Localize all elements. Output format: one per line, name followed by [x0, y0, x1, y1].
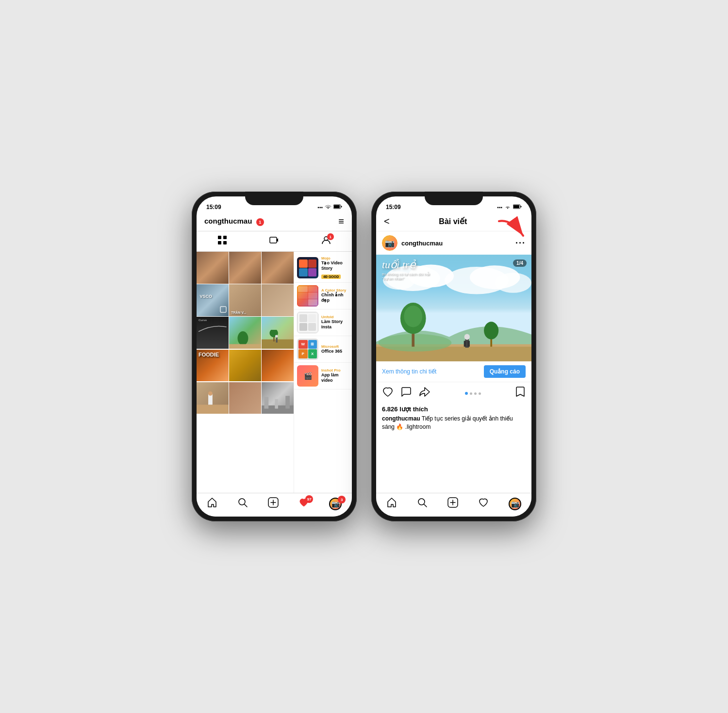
ad-item-inshot[interactable]: 🎬 Inshot Pro App làm video: [294, 363, 352, 389]
post-avatar[interactable]: 📷: [382, 235, 397, 251]
comment-button[interactable]: [400, 387, 412, 400]
landscape-svg: [376, 303, 531, 361]
home-nav[interactable]: [207, 497, 217, 511]
svg-rect-5: [218, 241, 221, 244]
ad-item-office[interactable]: W ⊞ P X Microsoft Office 365: [294, 336, 352, 363]
ad-banner: Xem thông tin chi tiết Quảng cáo: [376, 361, 531, 382]
post-caption: congthucmau Tiếp tục series giải quyết ả…: [376, 414, 531, 435]
dot-2: [474, 392, 477, 395]
ad-item-unfold[interactable]: Unfold Làm Story Insta: [294, 309, 352, 336]
tagged-badge: 1: [327, 233, 334, 240]
caption-username[interactable]: congthucmau: [382, 415, 420, 422]
grid-cell[interactable]: [197, 252, 229, 284]
grid-cell[interactable]: TRÂN V...: [229, 284, 261, 316]
left-phone: 15:09 ▪▪▪ congthucmau 1 ≡: [192, 192, 357, 521]
ad-banner-text[interactable]: Xem thông tin chi tiết: [382, 368, 480, 375]
profile-tabs: 1: [197, 231, 352, 252]
ad-info-office: Microsoft Office 365: [321, 344, 349, 354]
post-actions-left: [382, 387, 430, 400]
grid-cell[interactable]: [262, 252, 294, 284]
svg-rect-17: [276, 337, 278, 342]
ad-title-office: Office 365: [321, 349, 349, 354]
add-nav-right[interactable]: [447, 497, 458, 511]
heart-badge: 97: [305, 495, 313, 503]
left-screen: 15:09 ▪▪▪ congthucmau 1 ≡: [197, 196, 352, 517]
ad-item-mojo[interactable]: Mojo Tạo Video Story 4Đ GOOD: [294, 254, 352, 283]
grid-cell[interactable]: [229, 317, 261, 349]
red-arrow-icon: [492, 216, 530, 245]
ad-info-colorstory: A Color Story Chỉnh ảnh đẹp: [321, 288, 349, 303]
ad-banner-button[interactable]: Quảng cáo: [484, 365, 526, 378]
home-nav-right[interactable]: [386, 497, 397, 511]
signal-icon-right: ▪▪▪: [497, 205, 502, 210]
svg-point-18: [275, 335, 278, 337]
video-tab[interactable]: [269, 236, 279, 247]
ad-title-mojo: Tạo Video Story: [321, 260, 349, 271]
search-nav-right[interactable]: [417, 497, 428, 511]
grid-cell[interactable]: [262, 317, 294, 349]
menu-icon[interactable]: ≡: [338, 216, 344, 227]
profile-header: congthucmau 1 ≡: [197, 214, 352, 231]
post-actions: [376, 382, 531, 405]
post-username[interactable]: congthucmau: [401, 240, 443, 247]
post-user-left: 📷 congthucmau: [382, 235, 443, 251]
grid-cell[interactable]: [262, 382, 294, 414]
search-nav[interactable]: [237, 497, 248, 511]
post-user-row: 📷 congthucmau ···: [376, 231, 531, 255]
back-button[interactable]: <: [384, 216, 390, 227]
svg-rect-32: [513, 205, 519, 208]
svg-rect-7: [270, 237, 277, 243]
svg-line-27: [244, 504, 247, 507]
svg-rect-19: [197, 405, 229, 414]
ad-thumb-office: W ⊞ P X: [297, 339, 318, 360]
notch: [245, 192, 303, 205]
status-icons-left: ▪▪▪: [317, 204, 342, 211]
svg-rect-4: [223, 236, 227, 239]
svg-point-21: [208, 391, 213, 396]
grid-cell[interactable]: [229, 252, 261, 284]
svg-rect-24: [275, 399, 279, 409]
dot-1: [470, 392, 472, 395]
grid-cell[interactable]: [262, 350, 294, 382]
profile-nav[interactable]: 📷 3: [329, 498, 342, 510]
grid-cell[interactable]: [229, 382, 261, 414]
signal-icon: ▪▪▪: [317, 205, 323, 210]
svg-point-46: [404, 306, 422, 327]
grid-cell[interactable]: FOODIE: [197, 350, 229, 382]
heart-nav[interactable]: 97: [298, 497, 309, 511]
post-image[interactable]: tuổi trẻ thì không có tư cách đòi hỏi "s…: [376, 255, 531, 361]
grid-cell[interactable]: [197, 382, 229, 414]
ad-brand-colorstory: A Color Story: [321, 288, 349, 292]
grid-tab[interactable]: [217, 235, 227, 247]
notification-badge[interactable]: 1: [256, 218, 264, 226]
wifi-icon-right: [504, 204, 511, 211]
heart-nav-right[interactable]: [478, 497, 489, 511]
svg-point-50: [464, 334, 470, 340]
grid-cell[interactable]: Curve: [197, 317, 229, 349]
svg-rect-1: [334, 205, 340, 208]
dot-3: [479, 392, 481, 395]
post-dots-row: [465, 392, 481, 395]
add-nav[interactable]: [268, 497, 279, 511]
profile-avatar-right: 📷: [509, 498, 521, 510]
svg-rect-6: [223, 241, 227, 244]
save-button[interactable]: [515, 386, 526, 401]
svg-rect-23: [265, 397, 269, 408]
svg-rect-33: [521, 206, 522, 208]
ad-thumb-inshot: 🎬: [297, 365, 318, 387]
share-button[interactable]: [419, 387, 430, 400]
like-button[interactable]: [382, 387, 394, 400]
red-arrow-container: [492, 216, 530, 247]
post-image-counter: 1/4: [513, 259, 527, 267]
profile-username: congthucmau: [204, 217, 252, 225]
photo-grid: VSCO TRÂN V... Curve: [197, 252, 294, 493]
ad-brand-mojo: Mojo: [321, 256, 349, 260]
grid-cell[interactable]: [229, 350, 261, 382]
tagged-tab[interactable]: 1: [321, 235, 331, 247]
grid-cell[interactable]: VSCO: [197, 284, 229, 316]
profile-nav-right[interactable]: 📷: [509, 498, 521, 510]
ad-item-colorstory[interactable]: A Color Story Chỉnh ảnh đẹp: [294, 283, 352, 309]
grid-cell[interactable]: [262, 284, 294, 316]
ad-title-colorstory: Chỉnh ảnh đẹp: [321, 292, 349, 303]
svg-rect-10: [220, 307, 226, 312]
